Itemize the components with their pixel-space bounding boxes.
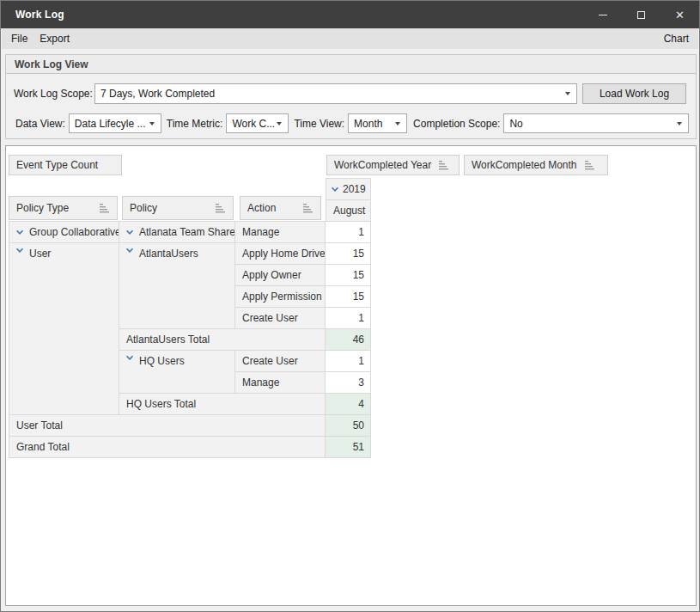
value-text: 1 [358, 355, 364, 367]
value-text: 50 [353, 419, 364, 431]
dropdown-arrow-icon [149, 122, 155, 125]
row-header-label: Atlanata Team Share [139, 226, 235, 238]
row-header-label: HQ Users Total [126, 398, 196, 410]
month-field-label: WorkCompleted Month [472, 159, 577, 171]
row-header-label: HQ Users [139, 355, 185, 367]
year-header-label: 2019 [343, 183, 366, 195]
menubar: File Export Chart [2, 28, 698, 49]
row-header-user[interactable]: User [9, 243, 119, 415]
caption-buttons: ✕ [583, 1, 699, 28]
collapse-chevron-icon[interactable] [15, 248, 24, 254]
value-cell: 1 [326, 222, 371, 243]
year-field-label: WorkCompleted Year [334, 159, 431, 171]
value-text: 15 [353, 291, 364, 303]
month-header-label: August [333, 205, 365, 217]
menu-file[interactable]: File [5, 30, 33, 47]
action-field-label: Action [247, 202, 276, 214]
value-text: 1 [358, 226, 364, 238]
minimize-icon [599, 15, 607, 15]
time-view-combobox[interactable]: Month [348, 113, 407, 133]
collapse-chevron-icon[interactable] [125, 230, 134, 236]
scope-label: Work Log Scope: [14, 88, 94, 100]
row-header-hq-users[interactable]: HQ Users [119, 351, 235, 394]
row-header-label: User [29, 248, 51, 260]
value-cell: 1 [326, 351, 371, 372]
collapse-chevron-icon[interactable] [125, 248, 134, 254]
value-text: 15 [353, 248, 364, 260]
time-view-label: Time View: [294, 118, 344, 130]
data-view-value: Data Lifecyle ... [75, 118, 146, 130]
completion-scope-combobox[interactable]: No [503, 113, 689, 133]
menu-chart[interactable]: Chart [658, 30, 695, 47]
row-header-user-total: User Total [9, 415, 326, 437]
work-log-view-group: Work Log View Work Log Scope: 7 Days, Wo… [5, 54, 697, 139]
value-text: 15 [353, 269, 364, 281]
time-metric-label: Time Metric: [167, 118, 223, 130]
row-header-label: Apply Owner [242, 269, 301, 281]
column-field-workcompleted-year[interactable]: WorkCompleted Year [326, 155, 460, 175]
value-cell: 15 [326, 265, 371, 286]
group-title: Work Log View [15, 58, 88, 70]
pivot-grid: Group Collaborative User Atlanata Team S… [9, 221, 371, 458]
row-header-label: Grand Total [16, 441, 70, 453]
time-metric-value: Work C... [232, 118, 275, 130]
total-value-cell: 50 [326, 415, 371, 437]
data-field-label: Event Type Count [16, 159, 98, 171]
row-header-group-collaborative[interactable]: Group Collaborative [9, 222, 119, 243]
value-text: 1 [358, 312, 364, 324]
row-header-action-apply-permission: Apply Permission [235, 286, 326, 308]
row-header-action-apply-home-drive: Apply Home Drive [235, 243, 326, 265]
dropdown-arrow-icon [277, 122, 282, 125]
row-field-policy[interactable]: Policy [122, 196, 234, 220]
minimize-button[interactable] [583, 1, 622, 28]
row-header-label: AtlantaUsers [139, 248, 198, 260]
row-header-label: User Total [16, 419, 63, 431]
row-header-atlanata-team-share[interactable]: Atlanata Team Share [119, 222, 235, 243]
value-text: 4 [358, 398, 364, 410]
work-log-window: Work Log ✕ File Export Chart Work Log Vi… [0, 0, 700, 612]
row-header-label: Group Collaborative [29, 226, 119, 238]
row-header-label: Manage [242, 376, 279, 389]
dropdown-arrow-icon [677, 122, 682, 125]
column-header-year-2019[interactable]: 2019 [326, 178, 371, 199]
sort-ascending-icon [99, 203, 110, 213]
collapse-chevron-icon[interactable] [331, 187, 339, 193]
value-cell: 1 [326, 308, 371, 329]
row-header-atlanta-users-total: AtlantaUsers Total [119, 329, 326, 351]
row-header-action-create-user: Create User [235, 351, 326, 372]
load-button-label: Load Work Log [600, 88, 669, 100]
total-value-cell: 51 [326, 437, 371, 458]
pivot-grid-panel: Event Type Count WorkCompleted Year Work… [5, 145, 697, 606]
total-value-cell: 46 [326, 329, 371, 351]
row-header-atlanta-users[interactable]: AtlantaUsers [119, 243, 235, 329]
row-header-label: Create User [242, 312, 298, 324]
close-icon: ✕ [675, 9, 685, 21]
row-header-hq-users-total: HQ Users Total [119, 394, 326, 415]
load-work-log-button[interactable]: Load Work Log [582, 83, 686, 104]
row-field-action[interactable]: Action [240, 196, 321, 220]
collapse-chevron-icon[interactable] [125, 355, 134, 361]
row-header-grand-total: Grand Total [9, 437, 326, 458]
maximize-icon [637, 11, 645, 19]
value-text: 3 [358, 376, 364, 389]
column-header-month-august[interactable]: August [326, 199, 371, 221]
completion-scope-label: Completion Scope: [413, 118, 500, 130]
row-header-action-apply-owner: Apply Owner [235, 265, 326, 286]
time-view-value: Month [354, 118, 382, 130]
close-button[interactable]: ✕ [660, 1, 699, 28]
time-metric-combobox[interactable]: Work C... [226, 113, 289, 133]
row-header-label: Create User [242, 355, 298, 367]
group-header: Work Log View [6, 55, 696, 74]
titlebar[interactable]: Work Log ✕ [1, 1, 699, 28]
row-header-label: AtlantaUsers Total [126, 334, 210, 346]
work-log-scope-combobox[interactable]: 7 Days, Work Completed [94, 83, 577, 104]
data-view-combobox[interactable]: Data Lifecyle ... [69, 113, 161, 133]
menu-export[interactable]: Export [33, 30, 76, 47]
data-field-event-type-count[interactable]: Event Type Count [9, 155, 122, 175]
scope-value: 7 Days, Work Completed [100, 88, 215, 100]
column-field-workcompleted-month[interactable]: WorkCompleted Month [464, 155, 608, 175]
row-field-policy-type[interactable]: Policy Type [9, 196, 118, 220]
collapse-chevron-icon[interactable] [15, 230, 24, 236]
dropdown-arrow-icon [395, 122, 400, 125]
maximize-button[interactable] [622, 1, 660, 28]
